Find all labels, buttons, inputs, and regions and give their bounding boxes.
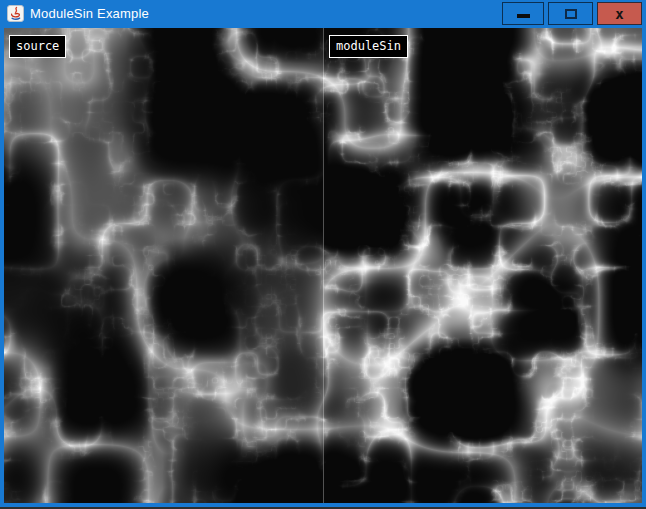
desktop-background: ModuleSin Example x source moduleSin [0, 0, 646, 509]
window-controls: x [502, 2, 642, 25]
close-button[interactable]: x [597, 2, 642, 25]
maximize-icon [565, 9, 577, 19]
minimize-icon [517, 14, 530, 18]
maximize-button[interactable] [548, 2, 593, 25]
panel-label-modulesin: moduleSin [329, 35, 408, 58]
app-window: ModuleSin Example x source moduleSin [0, 0, 646, 507]
panel-label-source: source [9, 35, 66, 58]
java-cup-icon [7, 5, 24, 22]
minimize-button[interactable] [502, 2, 544, 25]
noise-render-area: source moduleSin [4, 28, 642, 503]
titlebar[interactable]: ModuleSin Example x [0, 0, 646, 28]
panel-divider [323, 28, 324, 503]
window-title: ModuleSin Example [30, 0, 149, 28]
close-icon: x [615, 7, 623, 21]
